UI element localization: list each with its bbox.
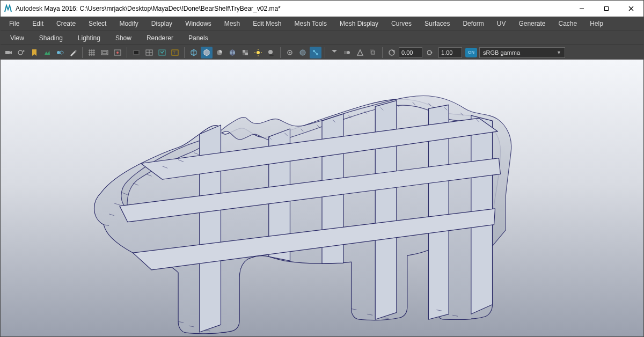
svg-rect-42 [371,51,375,54]
window-title: Autodesk Maya 2016: C:\Users\mrjack\Desk… [16,5,281,12]
gamma-field[interactable]: 1.00 [438,47,462,58]
bear-shelf-model [1,60,643,336]
svg-rect-43 [370,50,374,53]
viewport-toolbar: T 0.00 1.00 ON sRGB gamma ▼ [1,45,643,60]
menu-edit-mesh[interactable]: Edit Mesh [246,18,288,30]
film-gate-icon[interactable] [99,47,111,58]
main-menu-bar: FileEditCreateSelectModifyDisplayWindows… [1,17,643,31]
camera-settings-icon[interactable] [16,47,27,58]
chevron-down-icon: ▼ [557,50,561,55]
view-transform-label: sRGB gamma [483,49,520,56]
depth-of-field-icon[interactable] [367,47,379,58]
grease-pencil-icon[interactable] [67,47,79,58]
svg-line-37 [314,51,317,54]
menu-mesh-tools[interactable]: Mesh Tools [288,18,333,30]
panel-menu-panels[interactable]: Panels [181,32,216,44]
wire-on-shaded-icon[interactable] [226,47,238,58]
svg-rect-24 [245,53,248,55]
svg-point-25 [257,51,260,54]
select-camera-icon[interactable] [3,47,14,58]
view-transform-dropdown[interactable]: sRGB gamma ▼ [479,47,565,58]
svg-rect-10 [103,52,107,54]
shadows-icon[interactable] [265,47,277,58]
menu-cache[interactable]: Cache [552,18,583,30]
panel-menu-lighting[interactable]: Lighting [70,32,108,44]
resolution-gate-icon[interactable] [112,47,123,58]
svg-point-7 [57,51,60,54]
wireframe-icon[interactable] [188,47,200,58]
xray-joints-icon[interactable] [310,47,321,58]
use-default-material-icon[interactable] [214,47,225,58]
menu-windows[interactable]: Windows [179,18,218,30]
svg-point-45 [431,52,433,53]
maya-app-icon [4,4,12,13]
bookmark-icon[interactable] [28,47,40,58]
exposure-value: 0.00 [401,49,413,56]
svg-point-38 [347,51,350,54]
isolate-select-icon[interactable] [284,47,296,58]
svg-point-6 [23,50,25,52]
maximize-button[interactable] [594,1,619,16]
menu-display[interactable]: Display [145,18,179,30]
menu-curves[interactable]: Curves [385,18,418,30]
smooth-shade-icon[interactable] [201,47,213,58]
menu-generate[interactable]: Generate [512,18,552,30]
menu-surfaces[interactable]: Surfaces [418,18,456,30]
svg-point-8 [60,51,63,54]
minimize-button[interactable] [569,1,594,16]
gamma-reset-icon[interactable] [426,47,437,58]
svg-point-31 [269,54,274,56]
motion-blur-icon[interactable] [341,47,353,58]
panel-menu-view[interactable]: View [3,32,32,44]
exposure-reset-icon[interactable] [386,47,398,58]
grid-icon[interactable] [86,47,98,58]
panel-menu-show[interactable]: Show [108,32,139,44]
svg-rect-4 [5,51,10,54]
svg-point-30 [268,50,273,54]
menu-select[interactable]: Select [82,18,113,30]
safe-action-icon[interactable] [156,47,168,58]
svg-text:T: T [173,50,175,55]
perspective-viewport[interactable] [1,60,643,336]
safe-title-icon[interactable]: T [169,47,181,58]
color-management-toggle[interactable]: ON [465,48,477,57]
svg-rect-23 [243,50,245,53]
screen-space-ao-icon[interactable] [328,47,340,58]
svg-rect-14 [134,51,138,54]
menu-help[interactable]: Help [583,18,610,30]
menu-edit[interactable]: Edit [26,18,50,30]
textured-icon[interactable] [239,47,251,58]
svg-point-33 [289,52,291,53]
menu-modify[interactable]: Modify [113,18,144,30]
gamma-value: 1.00 [441,49,452,56]
close-button[interactable] [619,1,643,16]
panel-menu-renderer[interactable]: Renderer [139,32,181,44]
menu-mesh[interactable]: Mesh [218,18,246,30]
gate-mask-icon[interactable] [130,47,142,58]
svg-point-34 [300,50,305,55]
two-side-icon[interactable] [54,47,66,58]
panel-menu-shading[interactable]: Shading [32,32,70,44]
svg-point-12 [116,52,119,54]
image-plane-icon[interactable] [41,47,53,58]
panel-menu-bar: ViewShadingLightingShowRendererPanels [1,31,643,45]
field-chart-icon[interactable] [143,47,155,58]
menu-mesh-display[interactable]: Mesh Display [333,18,385,30]
menu-uv[interactable]: UV [491,18,513,30]
menu-file[interactable]: File [3,18,26,30]
menu-create[interactable]: Create [50,18,82,30]
xray-icon[interactable] [297,47,309,58]
svg-point-5 [18,50,23,55]
window-titlebar: Autodesk Maya 2016: C:\Users\mrjack\Desk… [1,1,643,17]
multisample-aa-icon[interactable] [354,47,366,58]
menu-deform[interactable]: Deform [456,18,490,30]
exposure-field[interactable]: 0.00 [399,47,422,58]
svg-rect-1 [605,6,609,10]
use-lights-icon[interactable] [252,47,264,58]
